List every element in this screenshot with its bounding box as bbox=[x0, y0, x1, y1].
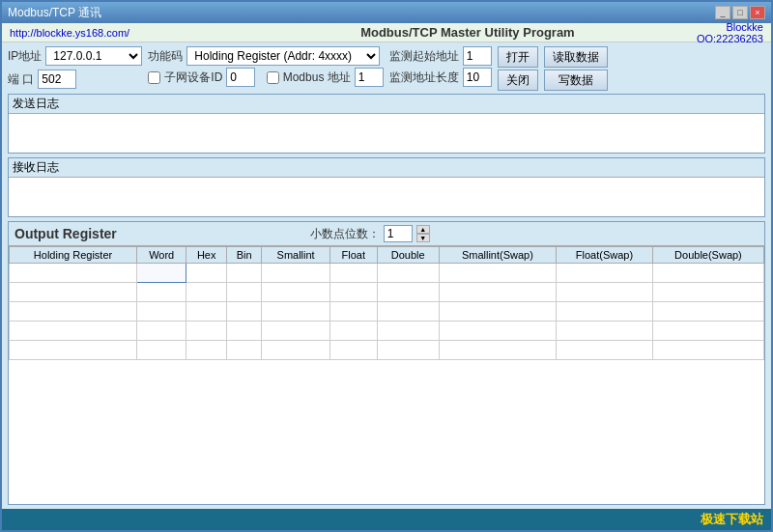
send-log-title: 发送日志 bbox=[9, 95, 764, 114]
spin-up-button[interactable]: ▲ bbox=[416, 225, 430, 234]
cell-hex bbox=[186, 341, 227, 360]
send-log-section: 发送日志 bbox=[8, 94, 765, 154]
window-controls: _ □ × bbox=[715, 6, 765, 19]
cell-double-swap bbox=[652, 302, 763, 322]
app-title: Modbus/TCP Master Utility Program bbox=[239, 25, 697, 40]
recv-log-section: 接收日志 bbox=[8, 157, 765, 217]
recv-log-title: 接收日志 bbox=[9, 158, 764, 178]
subnet-input[interactable] bbox=[226, 68, 255, 87]
col-double: Double bbox=[377, 247, 439, 264]
ip-label: IP地址 bbox=[8, 48, 42, 65]
func-row: 功能码 Holding Register (Addr: 4xxxx) bbox=[148, 46, 383, 66]
modbus-input[interactable] bbox=[355, 68, 384, 87]
open-button[interactable]: 打开 bbox=[498, 46, 538, 68]
cell-word bbox=[137, 302, 186, 322]
cell-double bbox=[377, 283, 439, 302]
table-header-row: Holding Register Word Hex Bin Smallint F… bbox=[10, 247, 764, 264]
send-log-content[interactable] bbox=[9, 114, 764, 153]
cell-holding bbox=[10, 264, 137, 283]
recv-log-content[interactable] bbox=[9, 178, 764, 216]
window-title: Modbus/TCP 通讯 bbox=[8, 5, 715, 21]
cell-double bbox=[377, 302, 439, 322]
cell-double bbox=[377, 264, 439, 283]
maximize-button[interactable]: □ bbox=[732, 6, 748, 19]
spin-down-button[interactable]: ▼ bbox=[416, 234, 430, 242]
table-row bbox=[10, 264, 764, 283]
cell-double bbox=[377, 322, 439, 341]
cell-bin bbox=[227, 302, 262, 322]
cell-hex bbox=[186, 322, 227, 341]
output-title: Output Register bbox=[14, 226, 117, 241]
table-row bbox=[10, 341, 764, 360]
main-window: Modbus/TCP 通讯 _ □ × http://blockke.ys168… bbox=[0, 0, 773, 532]
cell-float-swap bbox=[557, 322, 653, 341]
port-label: 端 口 bbox=[8, 71, 34, 88]
modbus-checkbox[interactable] bbox=[267, 71, 279, 84]
cell-float bbox=[329, 322, 377, 341]
read-button[interactable]: 读取数据 bbox=[544, 46, 608, 68]
cell-double-swap bbox=[652, 283, 763, 302]
decimal-input[interactable] bbox=[384, 225, 413, 242]
ip-row: IP地址 127.0.0.1 bbox=[8, 46, 142, 66]
monitor-start-label: 监测起始地址 bbox=[389, 48, 459, 65]
cell-smallint-swap bbox=[439, 322, 556, 341]
cell-float-swap bbox=[557, 302, 653, 322]
cell-float bbox=[329, 283, 377, 302]
col-bin: Bin bbox=[227, 247, 262, 264]
cell-word bbox=[137, 264, 186, 283]
ip-select[interactable]: 127.0.0.1 bbox=[45, 46, 142, 66]
cell-float bbox=[329, 264, 377, 283]
modbus-label: Modbus 地址 bbox=[283, 70, 351, 86]
cell-smallint bbox=[262, 264, 329, 283]
minimize-button[interactable]: _ bbox=[715, 6, 730, 19]
cell-holding bbox=[10, 283, 137, 302]
cell-smallint bbox=[262, 302, 329, 322]
read-write-block: 读取数据 写数据 bbox=[544, 46, 608, 91]
output-section: Output Register 小数点位数： ▲ ▼ Holding Regis… bbox=[8, 221, 765, 505]
monitor-len-row: 监测地址长度 bbox=[389, 68, 492, 87]
cell-bin bbox=[227, 264, 262, 283]
controls-block: IP地址 127.0.0.1 端 口 功能码 H bbox=[8, 46, 765, 91]
monitor-len-input[interactable] bbox=[463, 68, 492, 87]
url-bar: http://blockke.ys168.com/ Modbus/TCP Mas… bbox=[2, 23, 771, 42]
cell-bin bbox=[227, 283, 262, 302]
port-input[interactable] bbox=[38, 70, 76, 89]
cell-word bbox=[137, 341, 186, 360]
main-content: IP地址 127.0.0.1 端 口 功能码 H bbox=[2, 42, 771, 509]
write-button[interactable]: 写数据 bbox=[544, 70, 608, 91]
port-row: 端 口 bbox=[8, 70, 142, 89]
spinner-buttons: ▲ ▼ bbox=[416, 225, 430, 242]
output-header: Output Register 小数点位数： ▲ ▼ bbox=[9, 222, 764, 246]
close-button-ctrl[interactable]: 关闭 bbox=[498, 70, 538, 91]
cell-bin bbox=[227, 341, 262, 360]
col-hex: Hex bbox=[186, 247, 227, 264]
subnet-label: 子网设备ID bbox=[164, 70, 222, 86]
cell-double-swap bbox=[652, 264, 763, 283]
func-select[interactable]: Holding Register (Addr: 4xxxx) bbox=[186, 46, 380, 66]
title-bar: Modbus/TCP 通讯 _ □ × bbox=[2, 2, 771, 23]
table-row bbox=[10, 302, 764, 322]
watermark-text: 极速下载站 bbox=[701, 511, 763, 528]
col-word: Word bbox=[137, 247, 186, 264]
close-button[interactable]: × bbox=[750, 6, 765, 19]
cell-float-swap bbox=[557, 341, 653, 360]
col-smallint-swap: Smallint(Swap) bbox=[439, 247, 556, 264]
brand-info: Blockke QQ:22236263 bbox=[697, 21, 763, 44]
cell-holding bbox=[10, 322, 137, 341]
monitor-start-input[interactable] bbox=[463, 46, 492, 66]
table-row bbox=[10, 283, 764, 302]
col-float-swap: Float(Swap) bbox=[557, 247, 653, 264]
cell-double-swap bbox=[652, 341, 763, 360]
func-block: 功能码 Holding Register (Addr: 4xxxx) 子网设备I… bbox=[148, 46, 383, 87]
cell-holding bbox=[10, 302, 137, 322]
cell-smallint bbox=[262, 283, 329, 302]
col-holding-register: Holding Register bbox=[10, 247, 137, 264]
cell-smallint-swap bbox=[439, 302, 556, 322]
cell-bin bbox=[227, 322, 262, 341]
cell-float bbox=[329, 341, 377, 360]
watermark-bar: 极速下载站 bbox=[2, 509, 771, 530]
cell-hex bbox=[186, 283, 227, 302]
cell-double bbox=[377, 341, 439, 360]
cell-float bbox=[329, 302, 377, 322]
subnet-checkbox[interactable] bbox=[148, 71, 160, 84]
